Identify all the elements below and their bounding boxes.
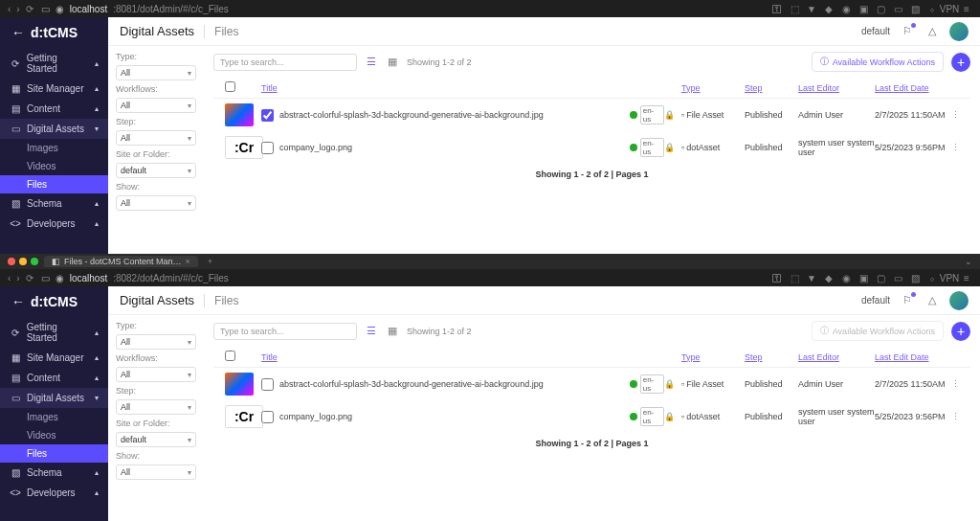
window-max-icon[interactable]	[31, 258, 38, 265]
nav-back-icon[interactable]: ‹	[8, 4, 11, 14]
shield-icon[interactable]: ▼	[806, 3, 817, 14]
row-checkbox[interactable]	[261, 411, 274, 423]
list-view-icon[interactable]: ☰	[365, 56, 378, 68]
window-close-icon[interactable]	[8, 258, 15, 265]
row-checkbox[interactable]	[261, 378, 274, 391]
row-checkbox[interactable]	[261, 142, 274, 154]
sidebar-sub-images[interactable]: Images	[0, 408, 108, 426]
site-info-icon[interactable]: ▭	[41, 4, 50, 14]
shield-icon[interactable]: ▼	[806, 272, 817, 283]
row-menu-icon[interactable]: ⋮	[951, 412, 970, 421]
row-menu-icon[interactable]: ⋮	[951, 110, 970, 120]
nav-fwd-icon[interactable]: ›	[16, 4, 19, 14]
filter-step-select[interactable]: All▾	[116, 399, 196, 415]
row-checkbox[interactable]	[261, 109, 274, 122]
ext4-icon[interactable]: ▢	[875, 272, 886, 283]
filter-folder-select[interactable]: default▾	[116, 432, 196, 447]
back-icon[interactable]: ←	[11, 25, 25, 40]
row-menu-icon[interactable]: ⋮	[951, 379, 970, 389]
select-all-checkbox[interactable]	[225, 351, 235, 361]
key-icon[interactable]: ⚿	[771, 3, 783, 14]
sidebar-item-content[interactable]: ▤Content▴	[0, 99, 108, 119]
sidebar-item-schema[interactable]: ▧Schema▴	[0, 193, 108, 214]
sidebar-sub-files[interactable]: Files	[0, 444, 108, 463]
sidebar-item-developers[interactable]: <>Developers▴	[0, 483, 108, 503]
announce-icon[interactable]: ⚐	[900, 24, 915, 39]
window-min-icon[interactable]	[19, 258, 27, 265]
table-row[interactable]: :Cr company_logo.png en-us 🔒 ▫dotAsset P…	[213, 131, 970, 164]
perm-icon[interactable]: ⬚	[789, 3, 800, 14]
filter-folder-select[interactable]: default▾	[116, 163, 196, 178]
search-input[interactable]: Type to search...	[213, 323, 357, 340]
ext7-icon[interactable]: ⬨	[926, 272, 938, 283]
ext3-icon[interactable]: ▣	[858, 272, 869, 283]
nav-fwd-icon[interactable]: ›	[16, 273, 19, 283]
perm-icon[interactable]: ⬚	[789, 272, 800, 283]
col-title[interactable]: Title	[261, 83, 630, 93]
sidebar-item-getting-started[interactable]: ⟳Getting Started▴	[0, 48, 108, 79]
sidebar-item-site-manager[interactable]: ▦Site Manager▴	[0, 348, 108, 368]
table-row[interactable]: :Cr company_logo.png en-us 🔒 ▫dotAsset P…	[213, 400, 970, 433]
ext4-icon[interactable]: ▢	[875, 3, 886, 14]
ext5-icon[interactable]: ▭	[892, 272, 903, 283]
col-type[interactable]: Type	[681, 83, 745, 93]
key-icon[interactable]: ⚿	[771, 272, 783, 283]
col-date[interactable]: Last Edit Date	[875, 352, 951, 362]
bell-icon[interactable]: △	[924, 293, 940, 308]
grid-view-icon[interactable]: ▦	[386, 56, 399, 68]
filter-workflows-select[interactable]: All▾	[116, 98, 196, 113]
col-editor[interactable]: Last Editor	[798, 83, 875, 93]
list-view-icon[interactable]: ☰	[365, 325, 378, 337]
sidebar-item-schema[interactable]: ▧Schema▴	[0, 463, 108, 483]
sidebar-item-getting-started[interactable]: ⟳Getting Started▴	[0, 317, 108, 348]
col-step[interactable]: Step	[745, 83, 798, 93]
filter-show-select[interactable]: All▾	[116, 464, 196, 480]
menu-icon[interactable]: ≡	[961, 3, 972, 14]
sidebar-item-content[interactable]: ▤Content▴	[0, 368, 108, 388]
avatar[interactable]	[949, 291, 969, 310]
nav-back-icon[interactable]: ‹	[8, 273, 11, 283]
address-bar[interactable]: ▭ ◉ localhost:8081/dotAdmin/#/c/c_Files	[41, 4, 764, 14]
search-input[interactable]: Type to search...	[213, 54, 357, 71]
sidebar-item-site-manager[interactable]: ▦Site Manager▴	[0, 79, 108, 99]
announce-icon[interactable]: ⚐	[900, 293, 915, 308]
add-button[interactable]: +	[951, 53, 970, 72]
add-button[interactable]: +	[951, 322, 970, 341]
sidebar-sub-files[interactable]: Files	[0, 175, 108, 193]
nav-reload-icon[interactable]: ⟳	[26, 273, 33, 283]
menu-icon[interactable]: ≡	[961, 272, 972, 283]
browser-tab[interactable]: ◧Files - dotCMS Content Man…×	[44, 256, 198, 267]
ext6-icon[interactable]: ▨	[909, 3, 921, 14]
ext6-icon[interactable]: ▨	[909, 272, 921, 283]
address-bar[interactable]: ▭ ◉ localhost:8082/dotAdmin/#/c/c_Files	[41, 273, 764, 283]
ext1-icon[interactable]: ◆	[823, 272, 835, 283]
vpn-badge[interactable]: VPN	[944, 272, 955, 283]
col-title[interactable]: Title	[261, 352, 630, 362]
row-menu-icon[interactable]: ⋮	[951, 143, 970, 152]
filter-step-select[interactable]: All▾	[116, 130, 196, 146]
filter-show-select[interactable]: All▾	[116, 195, 196, 211]
crumb-section[interactable]: Digital Assets	[120, 293, 194, 307]
vpn-badge[interactable]: VPN	[944, 3, 955, 14]
persona-selector[interactable]: default	[861, 295, 890, 306]
tabs-dropdown-icon[interactable]: ⌄	[965, 257, 972, 266]
col-date[interactable]: Last Edit Date	[875, 83, 951, 93]
ext2-icon[interactable]: ◉	[840, 3, 852, 14]
filter-type-select[interactable]: All▾	[116, 334, 196, 350]
crumb-section[interactable]: Digital Assets	[120, 24, 194, 38]
sidebar-item-digital-assets[interactable]: ▭Digital Assets▾	[0, 119, 108, 139]
col-type[interactable]: Type	[681, 352, 745, 362]
grid-view-icon[interactable]: ▦	[386, 325, 399, 337]
table-row[interactable]: abstract-colorful-splash-3d-background-g…	[213, 99, 970, 131]
ext1-icon[interactable]: ◆	[823, 3, 835, 14]
ext7-icon[interactable]: ⬨	[926, 3, 938, 14]
table-row[interactable]: abstract-colorful-splash-3d-background-g…	[213, 368, 970, 400]
ext3-icon[interactable]: ▣	[858, 3, 869, 14]
select-all-checkbox[interactable]	[225, 81, 235, 92]
col-editor[interactable]: Last Editor	[798, 352, 875, 362]
col-step[interactable]: Step	[745, 352, 798, 362]
ext2-icon[interactable]: ◉	[840, 272, 852, 283]
nav-reload-icon[interactable]: ⟳	[26, 4, 33, 14]
back-icon[interactable]: ←	[11, 294, 25, 309]
new-tab-icon[interactable]: +	[204, 257, 216, 266]
